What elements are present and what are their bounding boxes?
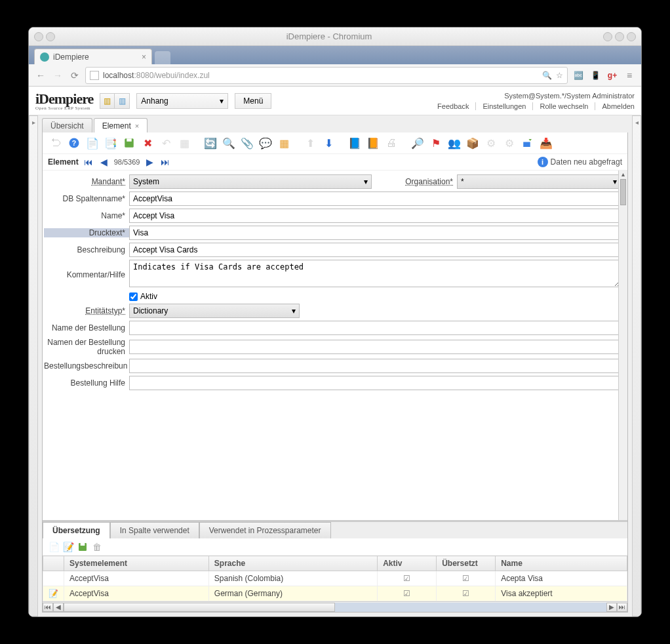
delete-icon[interactable]: ✖ xyxy=(140,135,155,151)
process2-icon[interactable]: ⚙ xyxy=(502,135,517,151)
col-name[interactable]: Name xyxy=(496,556,627,571)
detail-icon[interactable]: ⬇ xyxy=(321,135,336,151)
active-checkbox[interactable] xyxy=(129,292,138,301)
last-record-icon[interactable]: ⏭ xyxy=(159,157,171,167)
scroll-right-icon[interactable]: ▶ xyxy=(606,603,617,612)
new-tab-button[interactable] xyxy=(155,51,170,64)
zoom-icon[interactable]: 🔍 xyxy=(542,71,552,80)
desc-input[interactable] xyxy=(129,243,621,257)
scroll-left-icon[interactable]: ◀ xyxy=(53,603,64,612)
poname-input[interactable] xyxy=(129,321,621,335)
status-info-icon: i xyxy=(538,157,548,167)
undo-icon[interactable]: ↶ xyxy=(158,135,174,151)
report-icon[interactable]: 📘 xyxy=(347,135,363,151)
address-bar[interactable]: localhost:8080/webui/index.zul 🔍 ☆ xyxy=(85,67,568,84)
detail-delete-icon[interactable]: 🗑 xyxy=(91,541,103,553)
form-scrollbar[interactable]: ▴ xyxy=(618,171,627,520)
import-icon[interactable]: 📥 xyxy=(538,135,554,151)
browser-tab[interactable]: iDempiere × xyxy=(34,49,152,64)
entity-field[interactable]: Dictionary ▾ xyxy=(129,304,300,318)
print-input[interactable] xyxy=(129,226,621,240)
app-root: iDempiere Open Source ERP System ▥ ▥ Anh… xyxy=(29,87,641,616)
detail-tab-translation[interactable]: Übersetzung xyxy=(43,522,110,538)
forward-button[interactable]: → xyxy=(51,69,64,82)
save-icon[interactable] xyxy=(121,135,137,151)
product-icon[interactable]: 📦 xyxy=(465,135,481,151)
workflow-icon[interactable]: ⚑ xyxy=(428,135,444,151)
find-icon[interactable]: 🔍 xyxy=(221,135,237,151)
window-pin-icon[interactable] xyxy=(46,32,55,41)
pohelp-input[interactable] xyxy=(129,376,621,390)
new-record-icon[interactable]: ▥ xyxy=(100,94,115,108)
header-view-toggle[interactable]: ▥ ▥ xyxy=(100,93,130,109)
copy-icon[interactable]: 📑 xyxy=(103,135,119,151)
col-aktiv[interactable]: Aktiv xyxy=(378,556,437,571)
name-input[interactable] xyxy=(129,209,621,223)
col-uebersetzt[interactable]: Übersetzt xyxy=(437,556,496,571)
help-input[interactable]: Indicates if Visa Cards are accepted xyxy=(129,260,621,287)
tab-element[interactable]: Element × xyxy=(94,118,148,132)
tab-close-icon[interactable]: × xyxy=(135,122,139,130)
browser-menu-icon[interactable]: ≡ xyxy=(623,69,636,82)
zoom-across-icon[interactable]: 🔎 xyxy=(410,135,425,151)
org-field[interactable]: * ▾ xyxy=(457,174,621,189)
browser-tab-close-icon[interactable]: × xyxy=(142,52,146,62)
window-minimize-icon[interactable] xyxy=(603,32,612,41)
page-icon xyxy=(90,71,99,80)
multi-icon[interactable]: ▦ xyxy=(276,135,292,151)
grid-toggle-icon[interactable]: ▦ xyxy=(176,135,192,151)
col-systemelement[interactable]: Systemelement xyxy=(64,556,209,571)
back-button[interactable]: ← xyxy=(34,69,47,82)
attachment-dropdown[interactable]: Anhang ▾ xyxy=(136,93,228,109)
export-icon[interactable] xyxy=(520,135,536,151)
detail-save-icon[interactable] xyxy=(77,541,89,553)
poprint-input[interactable] xyxy=(129,340,621,354)
new-icon[interactable]: 📄 xyxy=(85,135,100,151)
detail-edit-icon[interactable]: 📝 xyxy=(62,541,74,553)
chat-icon[interactable]: 💬 xyxy=(258,135,273,151)
first-record-icon[interactable]: ⏮ xyxy=(83,157,94,167)
link-switchrole[interactable]: Rolle wechseln xyxy=(533,102,595,110)
menu-button[interactable]: Menü xyxy=(235,93,271,109)
table-row[interactable]: 📝AcceptVisaGerman (Germany)☑☑Visa akzept… xyxy=(43,586,627,601)
window-close-icon[interactable] xyxy=(627,32,636,41)
parent-icon[interactable]: ⬆ xyxy=(302,135,318,151)
open-record-icon[interactable]: ▥ xyxy=(115,94,129,108)
window-maximize-icon[interactable] xyxy=(615,32,624,41)
ext3-icon[interactable]: g+ xyxy=(606,69,619,82)
link-logout[interactable]: Abmelden xyxy=(595,102,635,110)
scroll-first-icon[interactable]: ⏮ xyxy=(43,603,53,612)
mandant-field[interactable]: System ▾ xyxy=(129,174,372,189)
podesc-input[interactable] xyxy=(129,359,621,373)
tab-overview[interactable]: Übersicht xyxy=(42,118,92,132)
print-icon[interactable]: 🖨 xyxy=(384,135,399,151)
home-icon[interactable]: ⮌ xyxy=(48,135,64,151)
reload-button[interactable]: ⟳ xyxy=(68,69,81,82)
prev-record-icon[interactable]: ◀ xyxy=(98,157,110,167)
attachment-icon[interactable]: 📎 xyxy=(239,135,255,151)
detail-tab-usedinprocess[interactable]: Verwendet in Prozessparameter xyxy=(199,522,331,538)
right-sidebar-toggle[interactable]: ◂ xyxy=(632,115,641,616)
detail-hscroll[interactable]: ⏮ ◀ ▶ ⏭ xyxy=(43,601,627,612)
detail-new-icon[interactable]: 📄 xyxy=(48,541,60,553)
cell-sprache: German (Germany) xyxy=(208,586,377,601)
left-sidebar-toggle[interactable]: ▸ xyxy=(29,115,38,616)
bookmark-icon[interactable]: ☆ xyxy=(556,71,563,80)
ext2-icon[interactable]: 📱 xyxy=(589,69,602,82)
window-menu-icon[interactable] xyxy=(34,32,43,41)
translate-ext-icon[interactable]: 🔤 xyxy=(572,69,585,82)
dbcol-input[interactable] xyxy=(129,191,621,206)
link-settings[interactable]: Einstellungen xyxy=(476,102,533,110)
request-icon[interactable]: 👥 xyxy=(446,135,462,151)
table-row[interactable]: AcceptVisaSpanish (Colombia)☑☑Acepta Vis… xyxy=(43,571,627,586)
scroll-last-icon[interactable]: ⏭ xyxy=(617,603,627,612)
archive-icon[interactable]: 📙 xyxy=(365,135,381,151)
help-icon[interactable]: ? xyxy=(66,135,82,151)
refresh-icon[interactable]: 🔄 xyxy=(203,135,218,151)
link-feedback[interactable]: Feedback xyxy=(431,102,476,110)
next-record-icon[interactable]: ▶ xyxy=(144,157,155,167)
detail-tab-usedincolumn[interactable]: In Spalte verwendet xyxy=(110,522,199,538)
process-icon[interactable]: ⚙ xyxy=(483,135,499,151)
col-sprache[interactable]: Sprache xyxy=(208,556,377,571)
podesc-label: Bestellungsbeschreibun xyxy=(44,361,129,371)
